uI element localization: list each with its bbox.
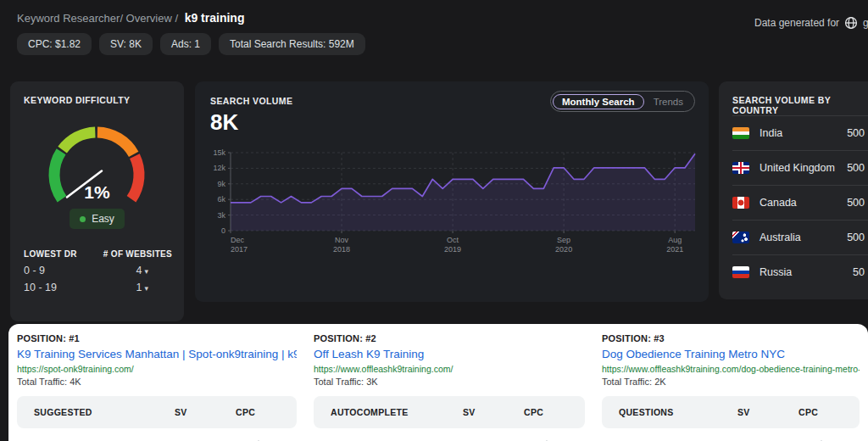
position-title-link[interactable]: Off Leash K9 Training: [314, 348, 585, 360]
lowest-dr-header: LOWEST DR: [24, 249, 77, 259]
by-country-title: SEARCH VOLUME BY COUNTRY: [732, 95, 860, 115]
country-row-india: India 500: [732, 115, 868, 150]
chip-cpc: CPC: $1.82: [17, 33, 92, 55]
generated-for-label: Data generated for: [754, 17, 839, 29]
svg-text:0: 0: [221, 226, 225, 235]
country-row-canada: Canada 500: [732, 185, 868, 220]
table-row: k9 training 8K $2: [314, 428, 585, 441]
svg-text:2018: 2018: [333, 245, 350, 254]
svg-text:12k: 12k: [213, 164, 225, 172]
breadcrumb-path[interactable]: Keyword Researcher/ Overview /: [17, 12, 178, 25]
chart-mode-toggle: Monthly Search Trends: [550, 91, 695, 112]
position-traffic: Total Traffic: 3K: [314, 377, 585, 387]
position-1-column: POSITION: #1 K9 Training Services Manhat…: [8, 324, 305, 441]
svg-text:2021: 2021: [666, 245, 683, 254]
svg-text:9k: 9k: [217, 180, 225, 188]
generated-domain[interactable]: g: [863, 17, 868, 29]
position-title-link[interactable]: Dog Obedience Training Metro NYC: [602, 348, 860, 360]
australia-flag-icon: [732, 232, 749, 243]
united-kingdom-flag-icon: [732, 162, 749, 174]
num-websites-header: # OF WEBSITES: [103, 249, 172, 259]
data-generated-for: Data generated for g: [754, 16, 868, 30]
svg-text:Oct: Oct: [447, 236, 459, 244]
dr-count-dropdown[interactable]: 1▾: [136, 282, 172, 293]
dr-range: 0 - 9: [24, 265, 45, 276]
russia-flag-icon: [732, 266, 749, 278]
country-list: India 500 United Kingdom 500 Canada 500 …: [732, 115, 868, 289]
india-flag-icon: [732, 127, 749, 139]
dr-row-0-9: 0 - 9 4▾: [24, 265, 172, 276]
globe-icon: [844, 16, 858, 30]
search-volume-by-country-card: SEARCH VOLUME BY COUNTRY India 500 Unite…: [719, 81, 868, 299]
position-url: https://spot-onk9training.com/: [17, 364, 297, 374]
suggested-table-header: SUGGESTED SV CPC: [17, 396, 297, 428]
gauge-lime-segment: [63, 132, 96, 150]
gauge-orange-segment: [97, 132, 134, 154]
breadcrumb-keyword: k9 training: [185, 11, 245, 25]
position-url: https://www.offleashk9training.com/dog-o…: [602, 364, 860, 374]
chip-sv: SV: 8K: [99, 33, 153, 55]
svg-text:2019: 2019: [444, 245, 461, 254]
autocomplete-table-header: AUTOCOMPLETE SV CPC: [314, 396, 585, 428]
position-label: POSITION: #3: [602, 333, 860, 343]
chevron-down-icon: ▾: [144, 284, 148, 293]
position-traffic: Total Traffic: 4K: [17, 377, 297, 387]
position-2-column: POSITION: #2 Off Leash K9 Training https…: [305, 324, 593, 441]
keyword-difficulty-title: KEYWORD DIFFICULTY: [24, 95, 130, 105]
search-volume-card: SEARCH VOLUME Monthly Search Trends 8K 0…: [195, 81, 709, 302]
country-row-australia: Australia 500: [732, 220, 868, 254]
chip-total-results: Total Search Results: 592M: [219, 33, 365, 55]
table-row: how do i train for k9 0 $0: [602, 428, 860, 441]
difficulty-badge: Easy: [70, 209, 125, 229]
table-row: k9 training 8K $2: [17, 428, 297, 441]
dr-row-10-19: 10 - 19 1▾: [24, 282, 172, 293]
svg-text:Nov: Nov: [335, 236, 349, 244]
svg-text:Aug: Aug: [668, 236, 682, 244]
chevron-down-icon: ▾: [144, 267, 148, 276]
tab-monthly-search[interactable]: Monthly Search: [553, 94, 644, 109]
position-title-link[interactable]: K9 Training Services Manhattan | Spot-on…: [17, 348, 297, 360]
svg-text:15k: 15k: [213, 148, 225, 157]
country-row-united-kingdom: United Kingdom 500: [732, 150, 868, 185]
position-traffic: Total Traffic: 2K: [602, 377, 860, 387]
lowest-dr-table: LOWEST DR # OF WEBSITES 0 - 9 4▾ 10 - 19…: [24, 249, 172, 299]
badge-dot-icon: [80, 216, 86, 222]
chip-ads: Ads: 1: [160, 33, 211, 55]
canada-flag-icon: [732, 197, 749, 209]
search-volume-chart[interactable]: 03k6k9k12k15kDec2017Nov2018Oct2019Sep202…: [207, 146, 700, 265]
search-volume-title: SEARCH VOLUME: [210, 96, 292, 106]
position-url: https://www.offleashk9training.com/: [314, 364, 585, 374]
search-volume-value: 8K: [210, 109, 238, 136]
svg-text:2020: 2020: [555, 245, 572, 254]
country-row-russia: Russia 50: [732, 254, 868, 289]
dr-range: 10 - 19: [24, 282, 57, 293]
keyword-stat-chips: CPC: $1.82 SV: 8K Ads: 1 Total Search Re…: [17, 33, 365, 55]
serp-positions-panel: POSITION: #1 K9 Training Services Manhat…: [8, 324, 868, 441]
position-label: POSITION: #2: [314, 333, 585, 343]
keyword-overview-page: Keyword Researcher/ Overview / k9 traini…: [0, 0, 868, 441]
questions-table-header: QUESTIONS SV CPC: [602, 396, 860, 428]
breadcrumb[interactable]: Keyword Researcher/ Overview / k9 traini…: [17, 11, 244, 25]
difficulty-value: 1%: [10, 182, 184, 203]
svg-text:2017: 2017: [231, 245, 248, 254]
position-label: POSITION: #1: [17, 333, 297, 343]
svg-text:6k: 6k: [217, 195, 225, 204]
dr-count-dropdown[interactable]: 4▾: [136, 265, 172, 276]
tab-trends[interactable]: Trends: [644, 95, 693, 109]
keyword-difficulty-card: KEYWORD DIFFICULTY 1% Easy LOWEST DR # O…: [10, 81, 184, 321]
svg-text:3k: 3k: [217, 211, 225, 220]
svg-text:Dec: Dec: [231, 236, 245, 244]
position-3-column: POSITION: #3 Dog Obedience Training Metr…: [593, 324, 868, 441]
difficulty-badge-label: Easy: [92, 213, 114, 225]
svg-text:Sep: Sep: [557, 236, 570, 244]
